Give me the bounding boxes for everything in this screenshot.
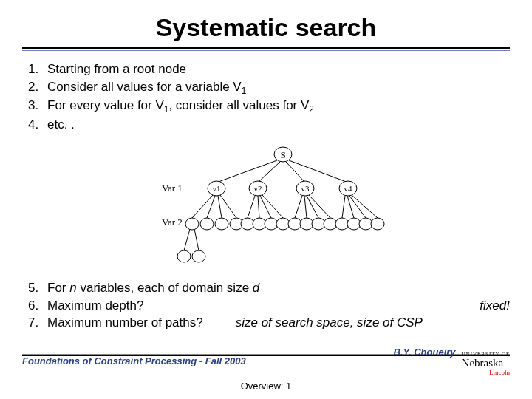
svg-point-31 <box>265 218 278 230</box>
svg-point-40 <box>324 218 337 230</box>
svg-line-3 <box>286 162 305 183</box>
svg-line-44 <box>352 195 378 218</box>
svg-line-42 <box>347 196 354 218</box>
svg-point-46 <box>347 218 361 230</box>
cluster-4 <box>335 195 384 230</box>
svg-point-48 <box>371 218 384 230</box>
list-text: Maximum depth? <box>47 298 143 315</box>
root-label-text: S <box>280 149 285 160</box>
svg-point-30 <box>253 218 266 230</box>
list-num: 1. <box>28 61 47 78</box>
cluster-1 <box>177 195 243 262</box>
svg-line-33 <box>295 196 302 218</box>
answer-text: size of search space, size of CSP <box>236 315 423 332</box>
svg-line-41 <box>342 196 345 218</box>
list-text: Consider all values for a variable V1 <box>47 79 246 97</box>
svg-line-34 <box>304 196 307 218</box>
university-logo: UNIVERSITY OF Nebraska Lincoln <box>462 352 510 375</box>
svg-point-23 <box>177 250 191 262</box>
cluster-3 <box>288 195 337 230</box>
svg-point-19 <box>215 218 228 230</box>
list-item: 3. For every value for V1, consider all … <box>28 98 510 115</box>
university-bottom: Lincoln <box>462 369 510 375</box>
svg-line-1 <box>216 160 277 183</box>
answer-text: fixed! <box>480 298 510 315</box>
svg-point-24 <box>192 250 205 262</box>
list-num: 6. <box>28 298 47 315</box>
slide-title: Systematic search <box>22 13 510 42</box>
svg-line-21 <box>184 229 190 250</box>
svg-line-16 <box>220 195 236 218</box>
title-rule-thin <box>22 50 510 51</box>
svg-point-38 <box>300 218 313 230</box>
slide-number: Overview: 1 <box>0 381 532 392</box>
list-num: 7. <box>28 315 47 332</box>
svg-text:v3: v3 <box>301 184 310 193</box>
svg-point-45 <box>335 218 349 230</box>
svg-point-17 <box>185 218 199 230</box>
footer-right: B.Y. Choueiry UNIVERSITY OF Nebraska Lin… <box>394 347 510 375</box>
svg-point-39 <box>312 218 325 230</box>
var1-label: Var 1 <box>162 183 183 194</box>
svg-text:v1: v1 <box>213 184 221 193</box>
svg-point-29 <box>241 218 254 230</box>
list-item: 2. Consider all values for a variable V1 <box>28 79 510 97</box>
list-text: Starting from a root node <box>47 61 186 78</box>
svg-point-37 <box>288 218 301 230</box>
svg-line-26 <box>258 196 259 218</box>
list-item: 5. For n variables, each of domain size … <box>28 280 510 297</box>
top-list: 1. Starting from a root node 2. Consider… <box>28 61 510 134</box>
list-num: 3. <box>28 98 47 115</box>
list-text: etc. . <box>47 117 75 134</box>
list-item: 4. etc. . <box>28 117 510 134</box>
title-rule <box>22 47 510 49</box>
list-text: Maximum number of paths? <box>47 315 203 332</box>
svg-line-15 <box>218 196 222 218</box>
footer-author: B.Y. Choueiry <box>394 347 456 358</box>
list-num: 2. <box>28 79 47 97</box>
svg-line-25 <box>248 196 255 218</box>
svg-line-13 <box>192 195 213 218</box>
svg-text:v2: v2 <box>254 184 262 193</box>
svg-point-32 <box>276 218 290 230</box>
list-item: 7. Maximum number of paths? size of sear… <box>28 315 510 332</box>
svg-line-4 <box>289 160 348 183</box>
svg-point-47 <box>359 218 372 230</box>
list-text: For n variables, each of domain size d <box>47 280 259 297</box>
svg-line-22 <box>194 229 199 250</box>
svg-line-2 <box>258 162 280 183</box>
list-num: 4. <box>28 117 47 134</box>
cluster-2 <box>241 195 290 230</box>
svg-point-18 <box>200 218 214 230</box>
svg-text:v4: v4 <box>344 184 353 193</box>
slide-footer: Foundations of Constraint Processing - F… <box>22 347 510 375</box>
list-item: 6. Maximum depth? fixed! <box>28 298 510 315</box>
footer-left: Foundations of Constraint Processing - F… <box>22 355 246 366</box>
svg-line-43 <box>349 196 366 218</box>
university-name: Nebraska <box>462 357 504 369</box>
bottom-list: 5. For n variables, each of domain size … <box>28 280 510 332</box>
tree-diagram: S Var 1 v1 v2 v3 v4 Var 2 <box>22 144 510 273</box>
var2-label: Var 2 <box>162 216 183 228</box>
list-num: 5. <box>28 280 47 297</box>
svg-line-14 <box>207 196 215 218</box>
list-item: 1. Starting from a root node <box>28 61 510 78</box>
list-text: For every value for V1, consider all val… <box>47 98 314 115</box>
